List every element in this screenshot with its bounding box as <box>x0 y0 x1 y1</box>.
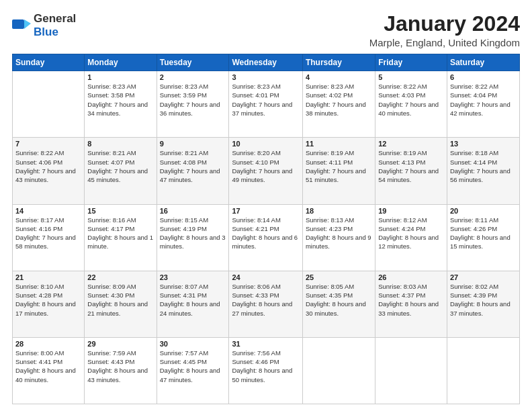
day-cell: 12Sunrise: 8:19 AMSunset: 4:13 PMDayligh… <box>375 138 447 204</box>
day-number: 1 <box>87 73 153 81</box>
header-day-tuesday: Tuesday <box>157 54 229 71</box>
header: General Blue January 2024 Marple, Englan… <box>12 12 520 48</box>
svg-rect-0 <box>12 19 24 29</box>
header-day-monday: Monday <box>85 54 157 71</box>
day-number: 17 <box>232 207 299 215</box>
day-cell: 11Sunrise: 8:19 AMSunset: 4:11 PMDayligh… <box>302 138 375 204</box>
day-cell: 1Sunrise: 8:23 AMSunset: 3:58 PMDaylight… <box>85 71 157 138</box>
day-info: Sunrise: 8:05 AMSunset: 4:35 PMDaylight:… <box>306 282 372 318</box>
day-number: 10 <box>232 140 299 148</box>
day-number: 23 <box>160 273 226 281</box>
day-info: Sunrise: 8:19 AMSunset: 4:13 PMDaylight:… <box>378 148 444 184</box>
day-cell: 18Sunrise: 8:13 AMSunset: 4:23 PMDayligh… <box>302 204 375 271</box>
day-number: 19 <box>378 207 444 215</box>
day-number: 15 <box>87 207 153 215</box>
day-cell: 28Sunrise: 8:00 AMSunset: 4:41 PMDayligh… <box>13 337 85 404</box>
header-row: SundayMondayTuesdayWednesdayThursdayFrid… <box>13 54 520 71</box>
calendar-page: General Blue January 2024 Marple, Englan… <box>0 0 532 411</box>
day-cell: 10Sunrise: 8:20 AMSunset: 4:10 PMDayligh… <box>229 138 302 204</box>
calendar-table: SundayMondayTuesdayWednesdayThursdayFrid… <box>12 54 520 404</box>
day-number: 9 <box>160 140 226 148</box>
day-cell: 24Sunrise: 8:06 AMSunset: 4:33 PMDayligh… <box>229 271 302 337</box>
day-cell: 26Sunrise: 8:03 AMSunset: 4:37 PMDayligh… <box>375 271 447 337</box>
day-cell: 19Sunrise: 8:12 AMSunset: 4:24 PMDayligh… <box>375 204 447 271</box>
day-info: Sunrise: 8:18 AMSunset: 4:14 PMDaylight:… <box>450 148 517 184</box>
day-number: 5 <box>378 73 444 81</box>
day-cell <box>302 337 375 404</box>
logo: General Blue <box>12 12 76 39</box>
header-day-friday: Friday <box>375 54 447 71</box>
day-info: Sunrise: 8:02 AMSunset: 4:39 PMDaylight:… <box>450 282 517 318</box>
day-cell: 6Sunrise: 8:22 AMSunset: 4:04 PMDaylight… <box>447 71 519 138</box>
day-number: 31 <box>232 340 299 348</box>
day-cell: 7Sunrise: 8:22 AMSunset: 4:06 PMDaylight… <box>13 138 85 204</box>
day-number: 3 <box>232 73 299 81</box>
logo-blue: Blue <box>34 26 58 38</box>
day-number: 2 <box>160 73 226 81</box>
day-cell <box>375 337 447 404</box>
day-number: 14 <box>15 207 81 215</box>
day-info: Sunrise: 8:15 AMSunset: 4:19 PMDaylight:… <box>160 216 226 251</box>
week-row-5: 28Sunrise: 8:00 AMSunset: 4:41 PMDayligh… <box>13 337 520 404</box>
day-cell: 23Sunrise: 8:07 AMSunset: 4:31 PMDayligh… <box>157 271 229 337</box>
header-day-saturday: Saturday <box>447 54 519 71</box>
day-number: 18 <box>306 207 372 215</box>
day-info: Sunrise: 8:19 AMSunset: 4:11 PMDaylight:… <box>306 148 372 184</box>
day-info: Sunrise: 7:56 AMSunset: 4:46 PMDaylight:… <box>232 349 299 384</box>
day-number: 24 <box>232 273 299 281</box>
day-info: Sunrise: 8:12 AMSunset: 4:24 PMDaylight:… <box>378 216 444 251</box>
day-cell: 15Sunrise: 8:16 AMSunset: 4:17 PMDayligh… <box>85 204 157 271</box>
day-info: Sunrise: 8:17 AMSunset: 4:16 PMDaylight:… <box>15 216 81 251</box>
title-block: January 2024 Marple, England, United Kin… <box>369 12 520 48</box>
day-number: 30 <box>160 340 226 348</box>
day-cell: 16Sunrise: 8:15 AMSunset: 4:19 PMDayligh… <box>157 204 229 271</box>
day-number: 26 <box>378 273 444 281</box>
day-info: Sunrise: 8:22 AMSunset: 4:03 PMDaylight:… <box>378 82 444 118</box>
day-cell: 13Sunrise: 8:18 AMSunset: 4:14 PMDayligh… <box>447 138 519 204</box>
day-info: Sunrise: 8:23 AMSunset: 4:01 PMDaylight:… <box>232 82 299 118</box>
day-number: 20 <box>450 207 517 215</box>
header-day-sunday: Sunday <box>13 54 85 71</box>
day-number: 12 <box>378 140 444 148</box>
day-info: Sunrise: 8:03 AMSunset: 4:37 PMDaylight:… <box>378 282 444 318</box>
day-info: Sunrise: 8:23 AMSunset: 3:58 PMDaylight:… <box>87 82 153 118</box>
day-cell: 31Sunrise: 7:56 AMSunset: 4:46 PMDayligh… <box>229 337 302 404</box>
day-cell: 9Sunrise: 8:21 AMSunset: 4:08 PMDaylight… <box>157 138 229 204</box>
calendar-title: January 2024 <box>369 12 520 36</box>
day-cell <box>13 71 85 138</box>
day-number: 13 <box>450 140 517 148</box>
day-info: Sunrise: 7:59 AMSunset: 4:43 PMDaylight:… <box>87 349 153 384</box>
day-number: 21 <box>15 273 81 281</box>
day-info: Sunrise: 8:00 AMSunset: 4:41 PMDaylight:… <box>15 349 81 384</box>
day-cell: 25Sunrise: 8:05 AMSunset: 4:35 PMDayligh… <box>302 271 375 337</box>
day-number: 6 <box>450 73 517 81</box>
day-cell: 27Sunrise: 8:02 AMSunset: 4:39 PMDayligh… <box>447 271 519 337</box>
day-info: Sunrise: 8:23 AMSunset: 4:02 PMDaylight:… <box>306 82 372 118</box>
day-info: Sunrise: 8:07 AMSunset: 4:31 PMDaylight:… <box>160 282 226 318</box>
day-info: Sunrise: 8:21 AMSunset: 4:07 PMDaylight:… <box>87 148 153 184</box>
day-cell: 29Sunrise: 7:59 AMSunset: 4:43 PMDayligh… <box>85 337 157 404</box>
day-cell <box>447 337 519 404</box>
day-number: 16 <box>160 207 226 215</box>
week-row-4: 21Sunrise: 8:10 AMSunset: 4:28 PMDayligh… <box>13 271 520 337</box>
day-number: 29 <box>87 340 153 348</box>
day-cell: 2Sunrise: 8:23 AMSunset: 3:59 PMDaylight… <box>157 71 229 138</box>
day-cell: 3Sunrise: 8:23 AMSunset: 4:01 PMDaylight… <box>229 71 302 138</box>
day-info: Sunrise: 8:23 AMSunset: 3:59 PMDaylight:… <box>160 82 226 118</box>
day-info: Sunrise: 8:14 AMSunset: 4:21 PMDaylight:… <box>232 216 299 251</box>
day-number: 22 <box>87 273 153 281</box>
day-cell: 22Sunrise: 8:09 AMSunset: 4:30 PMDayligh… <box>85 271 157 337</box>
week-row-3: 14Sunrise: 8:17 AMSunset: 4:16 PMDayligh… <box>13 204 520 271</box>
day-number: 8 <box>87 140 153 148</box>
logo-icon <box>12 18 32 33</box>
logo-general: General <box>34 12 76 25</box>
header-day-wednesday: Wednesday <box>229 54 302 71</box>
week-row-2: 7Sunrise: 8:22 AMSunset: 4:06 PMDaylight… <box>13 138 520 204</box>
day-info: Sunrise: 8:20 AMSunset: 4:10 PMDaylight:… <box>232 148 299 184</box>
calendar-subtitle: Marple, England, United Kingdom <box>369 37 520 48</box>
day-cell: 5Sunrise: 8:22 AMSunset: 4:03 PMDaylight… <box>375 71 447 138</box>
day-info: Sunrise: 8:21 AMSunset: 4:08 PMDaylight:… <box>160 148 226 184</box>
day-cell: 17Sunrise: 8:14 AMSunset: 4:21 PMDayligh… <box>229 204 302 271</box>
day-number: 7 <box>15 140 81 148</box>
day-info: Sunrise: 8:10 AMSunset: 4:28 PMDaylight:… <box>15 282 81 318</box>
